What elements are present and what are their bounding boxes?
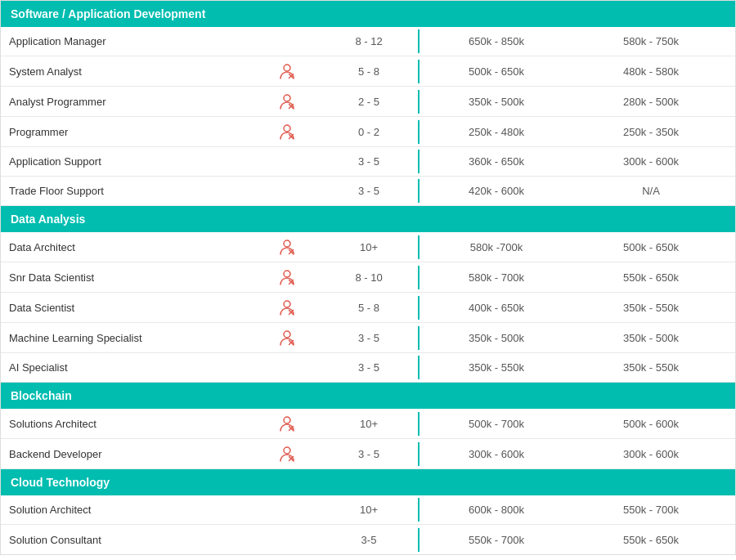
salary-range-2: 300k - 600k (573, 150, 729, 173)
table-row: Backend Developer 3 - 5300k - 600k300k -… (1, 439, 735, 469)
years-experience: 3 - 5 (320, 150, 418, 173)
job-title: AI Specialist (1, 356, 254, 379)
years-experience: 3 - 5 (320, 326, 418, 350)
job-title: Analyst Programmer (1, 90, 254, 114)
salary-table: Software / Application DevelopmentApplic… (0, 0, 736, 555)
person-icon-cell (254, 232, 320, 262)
section-header-cloud: Cloud Technology (1, 469, 735, 495)
table-row: Analyst Programmer 2 - 5350k - 500k280k … (1, 87, 735, 117)
person-icon-cell (254, 36, 320, 47)
salary-range-2: 350k - 550k (573, 296, 729, 320)
job-title: Backend Developer (1, 442, 254, 466)
table-row: AI Specialist3 - 5350k - 550k350k - 550k (1, 353, 735, 383)
job-title: Application Manager (1, 29, 254, 53)
job-title: Solution Architect (1, 498, 254, 522)
person-icon-cell (254, 534, 320, 545)
person-icon-cell (254, 293, 320, 322)
salary-range-1: 350k - 500k (418, 90, 573, 114)
table-row: Application Manager8 - 12650k - 850k580k… (1, 27, 735, 56)
years-experience: 3 - 5 (320, 356, 418, 379)
salary-range-2: 550k - 700k (573, 498, 729, 522)
person-icon-cell (254, 186, 320, 197)
salary-range-2: 280k - 500k (573, 90, 729, 114)
person-icon-cell (254, 409, 320, 438)
table-row: Snr Data Scientist 8 - 10580k - 700k550k… (1, 262, 735, 293)
svg-point-18 (284, 331, 290, 338)
salary-range-1: 420k - 600k (418, 179, 573, 203)
job-title: Programmer (1, 120, 254, 144)
job-title: Snr Data Scientist (1, 266, 254, 289)
svg-point-9 (284, 240, 290, 247)
years-experience: 10+ (320, 498, 418, 522)
job-title: Machine Learning Specialist (1, 326, 254, 350)
years-experience: 10+ (320, 235, 418, 259)
section-header-data: Data Analysis (1, 206, 735, 232)
years-experience: 8 - 10 (320, 266, 418, 289)
table-row: Solution Consultant3-5550k - 700k550k - … (1, 525, 735, 554)
table-row: Data Scientist 5 - 8400k - 650k350k - 55… (1, 293, 735, 323)
job-title: Application Support (1, 150, 254, 173)
person-icon-cell (254, 56, 320, 86)
salary-range-2: 500k - 600k (573, 412, 729, 436)
salary-range-1: 500k - 700k (418, 412, 573, 436)
section-header-blockchain: Blockchain (1, 383, 735, 409)
table-row: Solution Architect10+600k - 800k550k - 7… (1, 495, 735, 525)
years-experience: 5 - 8 (320, 296, 418, 320)
salary-range-2: N/A (573, 179, 729, 203)
job-title: Data Scientist (1, 296, 254, 320)
salary-range-1: 250k - 480k (418, 120, 573, 144)
person-icon-cell (254, 156, 320, 168)
person-icon-cell (254, 117, 320, 146)
salary-range-2: 300k - 600k (573, 442, 729, 466)
svg-point-3 (284, 95, 290, 101)
salary-range-1: 580k - 700k (418, 266, 573, 289)
person-icon-cell (254, 362, 320, 374)
salary-range-2: 250k - 350k (573, 120, 729, 144)
salary-range-2: 500k - 650k (573, 235, 729, 259)
years-experience: 10+ (320, 412, 418, 436)
job-title: Trade Floor Support (1, 179, 254, 203)
salary-range-1: 500k - 650k (418, 60, 573, 83)
table-row: Trade Floor Support3 - 5420k - 600kN/A (1, 177, 735, 206)
years-experience: 8 - 12 (320, 29, 418, 53)
section-header-software: Software / Application Development (1, 1, 735, 27)
years-experience: 0 - 2 (320, 120, 418, 144)
salary-range-1: 580k -700k (418, 235, 573, 259)
svg-point-12 (284, 271, 290, 277)
person-icon-cell (254, 323, 320, 352)
salary-range-1: 300k - 600k (418, 442, 573, 466)
salary-range-1: 400k - 650k (418, 296, 573, 320)
salary-range-2: 480k - 580k (573, 60, 729, 83)
table-row: Solutions Architect 10+500k - 700k500k -… (1, 409, 735, 439)
svg-point-24 (284, 447, 290, 454)
years-experience: 3 - 5 (320, 442, 418, 466)
person-icon-cell (254, 262, 320, 292)
salary-range-1: 600k - 800k (418, 498, 573, 522)
job-title: System Analyst (1, 60, 254, 83)
table-row: Data Architect 10+580k -700k500k - 650k (1, 232, 735, 262)
person-icon-cell (254, 439, 320, 468)
svg-point-21 (284, 417, 290, 423)
salary-range-1: 360k - 650k (418, 150, 573, 173)
salary-range-1: 350k - 550k (418, 356, 573, 379)
table-row: Application Support3 - 5360k - 650k300k … (1, 147, 735, 177)
salary-range-1: 650k - 850k (418, 29, 573, 53)
svg-point-15 (284, 301, 290, 307)
salary-range-2: 350k - 500k (573, 326, 729, 350)
svg-point-6 (284, 125, 290, 132)
table-row: System Analyst 5 - 8500k - 650k480k - 58… (1, 56, 735, 87)
years-experience: 2 - 5 (320, 90, 418, 114)
years-experience: 3 - 5 (320, 179, 418, 203)
svg-point-0 (284, 65, 290, 71)
salary-range-1: 350k - 500k (418, 326, 573, 350)
table-row: Machine Learning Specialist 3 - 5350k - … (1, 323, 735, 353)
years-experience: 5 - 8 (320, 60, 418, 83)
person-icon-cell (254, 504, 320, 516)
salary-range-2: 550k - 650k (573, 266, 729, 289)
job-title: Solution Consultant (1, 528, 254, 552)
salary-range-2: 350k - 550k (573, 356, 729, 379)
salary-range-2: 580k - 750k (573, 29, 729, 53)
salary-range-1: 550k - 700k (418, 528, 573, 552)
table-row: Programmer 0 - 2250k - 480k250k - 350k (1, 117, 735, 147)
salary-range-2: 550k - 650k (573, 528, 729, 552)
